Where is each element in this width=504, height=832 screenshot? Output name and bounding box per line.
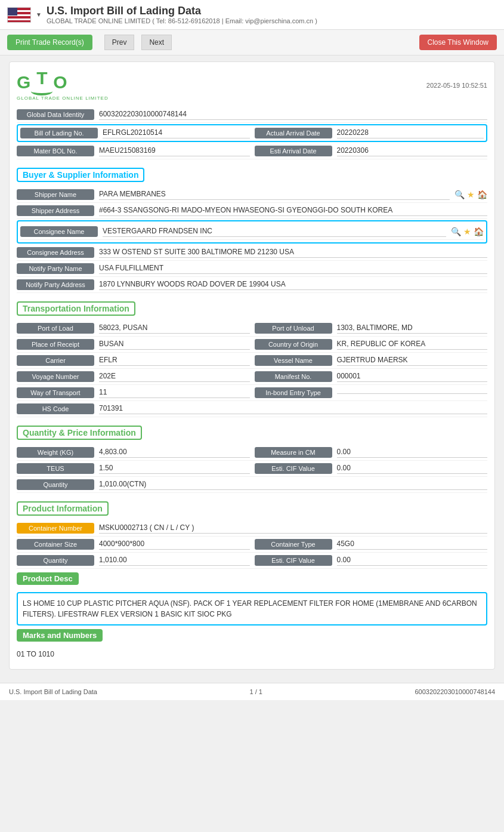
mater-bol-value: MAEU215083169: [99, 146, 250, 156]
nav-group: Prev Next: [98, 35, 172, 50]
way-transport-value: 11: [99, 388, 250, 398]
footer-right: 6003202203010000748144: [415, 688, 495, 695]
container-type-half: Container Type 45G0: [255, 539, 488, 550]
container-size-value: 4000*900*800: [99, 540, 250, 550]
product-desc-label: Product Desc: [17, 572, 79, 585]
shipper-search-icon[interactable]: 🔍: [454, 190, 465, 199]
hs-code-label: HS Code: [17, 403, 94, 414]
footer-center: 1 / 1: [249, 688, 262, 695]
bol-left: Bill of Lading No. EFLRGL20210514: [20, 128, 250, 138]
consignee-name-row: Consignee Name VESTERGAARD FRANDSEN INC …: [20, 224, 484, 240]
country-origin-value: KR, REPUBLIC OF KOREA: [337, 340, 488, 350]
shipper-home-icon[interactable]: 🏠: [477, 190, 487, 199]
shipper-star-icon[interactable]: ★: [467, 190, 475, 199]
quantity-label: Quantity: [17, 479, 94, 490]
way-transport-half: Way of Transport 11: [17, 387, 250, 398]
shipper-icons: 🔍 ★ 🏠: [454, 190, 487, 199]
container-size-type-row: Container Size 4000*900*800 Container Ty…: [17, 537, 487, 553]
actual-arrival-value: 20220228: [337, 128, 484, 138]
port-row: Port of Load 58023, PUSAN Port of Unload…: [17, 321, 487, 337]
marks-numbers-label: Marks and Numbers: [17, 629, 103, 642]
print-button[interactable]: Print Trade Record(s): [7, 35, 92, 50]
place-receipt-value: BUSAN: [99, 340, 250, 350]
consignee-star-icon[interactable]: ★: [463, 227, 471, 236]
place-receipt-label: Place of Receipt: [17, 339, 94, 350]
container-number-label: Container Number: [17, 523, 94, 534]
vessel-value: GJERTRUD MAERSK: [337, 356, 488, 366]
prev-button[interactable]: Prev: [104, 35, 135, 50]
actual-arrival-label: Actual Arrival Date: [255, 128, 332, 138]
prod-qty-value: 1,010.00: [99, 556, 250, 566]
buyer-supplier-header: Buyer & Supplier Information: [17, 168, 144, 182]
vessel-half: Vessel Name GJERTRUD MAERSK: [255, 355, 488, 366]
quantity-row: Quantity 1,010.00(CTN): [17, 477, 487, 493]
mater-bol-right: Esti Arrival Date 20220306: [255, 146, 488, 156]
marks-numbers-container: Marks and Numbers 01 TO 1010: [17, 629, 487, 662]
esti-cif-value: 0.00: [337, 464, 488, 474]
port-unload-label: Port of Unload: [255, 323, 332, 334]
bol-highlight: Bill of Lading No. EFLRGL20210514 Actual…: [17, 124, 487, 142]
teus-half: TEUS 1.50: [17, 463, 250, 474]
notify-address-label: Notify Party Address: [17, 279, 94, 290]
prod-qty-half: Quantity 1,010.00: [17, 555, 250, 566]
consignee-name-value: VESTERGAARD FRANDSEN INC: [103, 227, 446, 237]
weight-measure-row: Weight (KG) 4,803.00 Measure in CM 0.00: [17, 445, 487, 461]
next-button[interactable]: Next: [141, 35, 172, 50]
manifest-value: 000001: [337, 372, 488, 382]
port-unload-half: Port of Unload 1303, BALTIMORE, MD: [255, 323, 488, 334]
receipt-origin-row: Place of Receipt BUSAN Country of Origin…: [17, 337, 487, 353]
consignee-address-row: Consignee Address 333 W OSTEND ST SUITE …: [17, 245, 487, 261]
consignee-search-icon[interactable]: 🔍: [451, 227, 461, 236]
flag-icon: [7, 7, 31, 23]
esti-cif-half: Esti. CIF Value 0.00: [255, 463, 488, 474]
consignee-name-label: Consignee Name: [20, 226, 98, 237]
buyer-supplier-title: Buyer & Supplier Information: [23, 170, 138, 180]
container-number-row: Container Number MSKU0002713 ( CN / L / …: [17, 520, 487, 537]
header-subtitle: GLOBAL TRADE ONLINE LIMITED ( Tel: 86-51…: [47, 17, 317, 24]
manifest-label: Manifest No.: [255, 371, 332, 382]
notify-address-row: Notify Party Address 1870 LYNNBURY WOODS…: [17, 277, 487, 293]
carrier-label: Carrier: [17, 355, 94, 366]
header-bar: ▼ U.S. Import Bill of Lading Data GLOBAL…: [0, 0, 504, 30]
global-data-label: Global Data Identity: [17, 109, 94, 120]
product-info-header: Product Information: [17, 501, 109, 516]
carrier-value: EFLR: [99, 356, 250, 366]
esti-arrival-value: 20220306: [337, 146, 488, 156]
dropdown-arrow[interactable]: ▼: [36, 11, 42, 18]
consignee-address-label: Consignee Address: [17, 247, 94, 258]
shipper-address-row: Shipper Address #664-3 SSANGSONG-RI MADO…: [17, 203, 487, 219]
weight-label: Weight (KG): [17, 447, 94, 458]
shipper-name-value: PARA MEMBRANES: [99, 190, 450, 200]
consignee-address-value: 333 W OSTEND ST SUITE 300 BALTIMORE MD 2…: [99, 248, 487, 258]
carrier-vessel-row: Carrier EFLR Vessel Name GJERTRUD MAERSK: [17, 353, 487, 369]
bol-no-value: EFLRGL20210514: [103, 128, 250, 138]
quantity-value: 1,010.00(CTN): [99, 480, 487, 490]
port-unload-value: 1303, BALTIMORE, MD: [337, 323, 488, 334]
country-origin-half: Country of Origin KR, REPUBLIC OF KOREA: [255, 339, 488, 350]
consignee-home-icon[interactable]: 🏠: [474, 227, 484, 236]
manifest-half: Manifest No. 000001: [255, 371, 488, 382]
timestamp: 2022-05-19 10:52:51: [426, 82, 487, 89]
weight-value: 4,803.00: [99, 448, 250, 458]
voyage-value: 202E: [99, 372, 250, 382]
consignee-highlight: Consignee Name VESTERGAARD FRANDSEN INC …: [17, 220, 487, 244]
marks-numbers-value: 01 TO 1010: [17, 646, 487, 662]
prod-cif-label: Esti. CIF Value: [255, 555, 332, 566]
esti-arrival-label: Esti Arrival Date: [255, 146, 332, 156]
shipper-name-label: Shipper Name: [17, 189, 94, 200]
prod-qty-cif-row: Quantity 1,010.00 Esti. CIF Value 0.00: [17, 553, 487, 569]
product-info-section: Product Information Container Number MSK…: [17, 501, 487, 662]
teus-cif-row: TEUS 1.50 Esti. CIF Value 0.00: [17, 461, 487, 477]
footer-left: U.S. Import Bill of Lading Data: [9, 688, 97, 695]
esti-cif-label: Esti. CIF Value: [255, 463, 332, 474]
main-content: G T O GLOBAL TRADE ONLINE LIMITED 2022-0…: [0, 56, 504, 683]
logo-g: G: [17, 73, 30, 91]
measure-label: Measure in CM: [255, 447, 332, 458]
notify-party-label: Notify Party Name: [17, 263, 94, 274]
close-button[interactable]: Close This Window: [419, 35, 497, 50]
notify-address-value: 1870 LYNNBURY WOODS ROAD DOVER DE 19904 …: [99, 280, 487, 290]
logo-curve: [31, 87, 52, 95]
carrier-half: Carrier EFLR: [17, 355, 250, 366]
consignee-icons: 🔍 ★ 🏠: [451, 227, 484, 236]
port-load-value: 58023, PUSAN: [99, 323, 250, 334]
